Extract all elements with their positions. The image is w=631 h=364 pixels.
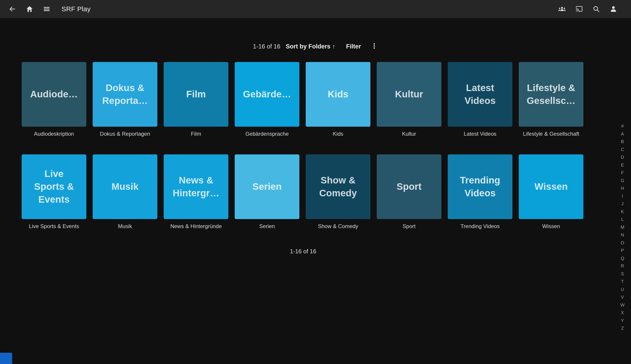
library-folder-item[interactable]: Latest Videos Latest Videos [448, 62, 512, 138]
tile-title: Kids [328, 88, 348, 101]
alphabet-picker-letter[interactable]: D [618, 153, 628, 161]
alphabet-picker-letter[interactable]: N [618, 231, 628, 239]
alphabet-picker-letter[interactable]: E [618, 161, 628, 169]
alphabet-picker-letter[interactable]: Z [618, 324, 628, 332]
filter-button[interactable]: Filter [346, 43, 361, 50]
tile-card[interactable]: Lifestyle & Gesellsc… [519, 62, 584, 127]
alphabet-picker-letter[interactable]: C [618, 146, 628, 154]
item-count-top: 1-16 of 16 [253, 43, 280, 50]
tile-title: Lifestyle & Gesellsc… [526, 82, 576, 107]
alphabet-picker-letter[interactable]: U [618, 286, 628, 294]
library-folder-item[interactable]: Sport Sport [377, 154, 442, 230]
tile-title: Musik [111, 180, 138, 193]
tile-card[interactable]: Kultur [377, 62, 442, 127]
tile-title: Trending Videos [460, 174, 500, 200]
alphabet-picker-letter[interactable]: M [618, 223, 628, 231]
tile-card[interactable]: Musik [93, 154, 157, 219]
top-app-bar: SRF Play [0, 0, 631, 18]
home-button[interactable] [26, 5, 33, 13]
tile-label: News & Hintergründe [170, 223, 222, 230]
tile-card[interactable]: Kids [306, 62, 370, 127]
tile-label: Dokus & Reportagen [100, 131, 150, 138]
tile-card[interactable]: Gebärde… [235, 62, 300, 127]
search-button[interactable] [592, 5, 600, 13]
alphabet-picker-letter[interactable]: O [618, 239, 628, 247]
library-folder-item[interactable]: Film Film [164, 62, 228, 138]
user-button[interactable] [610, 5, 617, 13]
tile-card[interactable]: Show & Comedy [306, 154, 370, 219]
group-people-icon [558, 5, 566, 13]
sort-ascending-arrow-icon: ↑ [332, 43, 336, 50]
library-folder-item[interactable]: Live Sports & Events Live Sports & Event… [22, 154, 86, 230]
header-left-group: SRF Play [8, 5, 91, 13]
tile-label: Audiodeskription [34, 131, 74, 138]
library-folder-item[interactable]: Lifestyle & Gesellsc… Lifestyle & Gesell… [519, 62, 584, 138]
alphabet-picker-letter[interactable]: X [618, 309, 628, 317]
tile-title: Film [186, 88, 206, 101]
alphabet-picker-letter[interactable]: A [618, 130, 628, 138]
tile-label: Serien [259, 223, 275, 230]
back-button[interactable] [8, 5, 16, 13]
library-folder-item[interactable]: Serien Serien [235, 154, 300, 230]
tile-label: Live Sports & Events [29, 223, 79, 230]
tile-card[interactable]: Dokus & Reporta… [93, 62, 157, 127]
alphabet-picker-letter[interactable]: Q [618, 254, 628, 262]
overflow-menu-button[interactable] [370, 42, 378, 50]
tile-card[interactable]: Audiode… [22, 62, 86, 127]
cast-button[interactable] [575, 5, 583, 13]
tile-label: Film [191, 131, 201, 138]
alphabet-picker-letter[interactable]: L [618, 216, 628, 223]
alphabet-picker-letter[interactable]: P [618, 246, 628, 254]
alphabet-picker-letter[interactable]: B [618, 138, 628, 146]
sort-button[interactable]: Sort by Folders ↑ [286, 43, 336, 50]
tile-card[interactable]: News & Hintergr… [164, 154, 228, 219]
tile-label: Trending Videos [460, 223, 500, 230]
tile-title: Gebärde… [243, 88, 291, 101]
home-icon [26, 5, 33, 13]
tile-label: Sport [403, 223, 416, 230]
library-folder-item[interactable]: Kids Kids [306, 62, 370, 138]
library-folder-item[interactable]: Dokus & Reporta… Dokus & Reportagen [93, 62, 157, 138]
tile-card[interactable]: Trending Videos [448, 154, 512, 219]
library-folder-item[interactable]: Show & Comedy Show & Comedy [306, 154, 370, 230]
alphabet-picker-letter[interactable]: # [618, 122, 628, 130]
alphabet-picker-letter[interactable]: F [618, 169, 628, 177]
alphabet-picker-letter[interactable]: S [618, 270, 628, 278]
tile-card[interactable]: Latest Videos [448, 62, 512, 127]
sort-button-label: Sort by Folders [286, 43, 330, 50]
alphabet-picker-letter[interactable]: W [618, 301, 628, 309]
menu-button[interactable] [43, 5, 50, 13]
alphabet-picker-letter[interactable]: I [618, 192, 628, 200]
alphabet-picker-letter[interactable]: R [618, 262, 628, 270]
library-folder-item[interactable]: Trending Videos Trending Videos [448, 154, 512, 230]
library-folder-item[interactable]: Wissen Wissen [519, 154, 584, 230]
library-folder-item[interactable]: Musik Musik [93, 154, 157, 230]
library-folder-item[interactable]: Kultur Kultur [377, 62, 442, 138]
back-arrow-icon [8, 5, 16, 13]
tile-title: Kultur [395, 88, 423, 101]
tile-card[interactable]: Wissen [519, 154, 584, 219]
tile-title: Dokus & Reporta… [102, 82, 148, 107]
tile-card[interactable]: Film [164, 62, 228, 127]
corner-accent [0, 353, 12, 364]
tile-label: Show & Comedy [318, 223, 358, 230]
alphabet-picker-letter[interactable]: V [618, 293, 628, 301]
user-icon [610, 5, 617, 13]
tile-card[interactable]: Serien [235, 154, 300, 219]
library-grid: Audiode… Audiodeskription Dokus & Report… [22, 62, 584, 230]
library-folder-item[interactable]: Audiode… Audiodeskription [22, 62, 86, 138]
syncplay-button[interactable] [558, 5, 566, 13]
alphabet-picker-letter[interactable]: K [618, 208, 628, 216]
alphabet-picker-letter[interactable]: Y [618, 317, 628, 324]
library-folder-item[interactable]: News & Hintergr… News & Hintergründe [164, 154, 228, 230]
tile-card[interactable]: Live Sports & Events [22, 154, 86, 219]
alphabet-picker-letter[interactable]: T [618, 278, 628, 286]
tile-card[interactable]: Sport [377, 154, 442, 219]
tile-title: Latest Videos [464, 82, 496, 107]
search-icon [592, 5, 600, 13]
alphabet-picker-letter[interactable]: J [618, 200, 628, 208]
alphabet-picker-letter[interactable]: G [618, 177, 628, 184]
alphabet-picker-letter[interactable]: H [618, 184, 628, 192]
library-folder-item[interactable]: Gebärde… Gebärdensprache [235, 62, 300, 138]
tile-label: Gebärdensprache [245, 131, 288, 138]
